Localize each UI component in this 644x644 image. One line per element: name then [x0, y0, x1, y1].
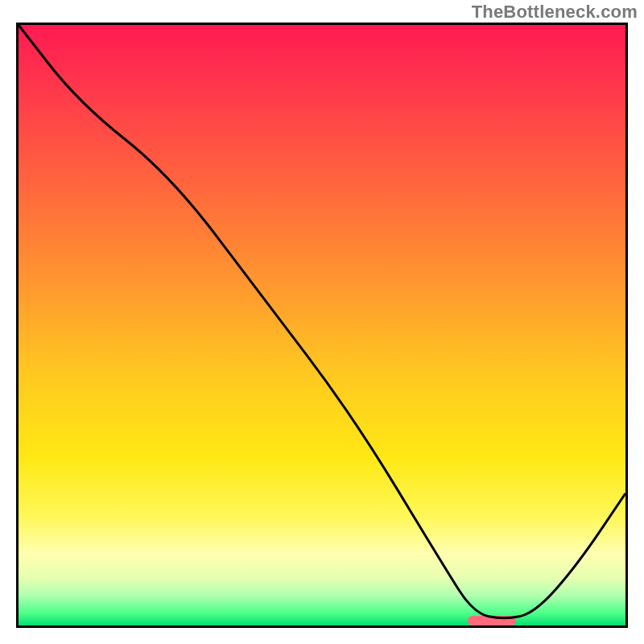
watermark-text: TheBottleneck.com	[472, 2, 638, 23]
plot-area	[16, 23, 628, 628]
chart-container: TheBottleneck.com	[0, 0, 644, 644]
line-curve	[19, 25, 625, 625]
